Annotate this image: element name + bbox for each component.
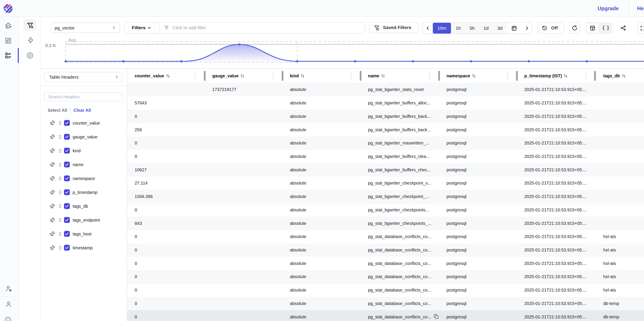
svg-text:0.2 K: 0.2 K	[45, 43, 56, 48]
